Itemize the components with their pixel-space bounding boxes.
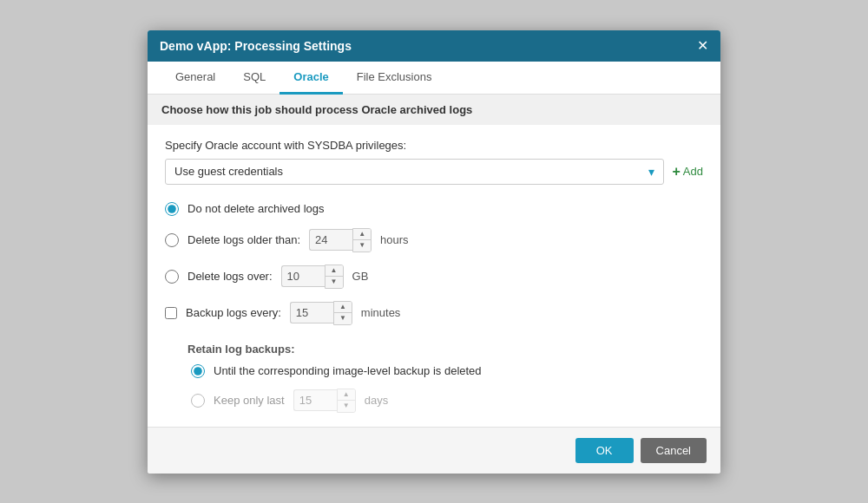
credentials-row: Use guest credentials ▾ + Add bbox=[165, 159, 703, 185]
delete-older-label: Delete logs older than: bbox=[187, 233, 300, 246]
delete-older-up[interactable]: ▲ bbox=[353, 229, 371, 240]
content-area: Specify Oracle account with SYSDBA privi… bbox=[148, 125, 720, 427]
delete-older-down[interactable]: ▼ bbox=[353, 240, 371, 252]
backup-logs-row: Backup logs every: ▲ ▼ minutes bbox=[165, 301, 703, 325]
backup-logs-down[interactable]: ▼ bbox=[334, 313, 352, 324]
delete-over-down[interactable]: ▼ bbox=[326, 277, 343, 288]
backup-logs-spinner: ▲ ▼ bbox=[290, 301, 352, 325]
dialog-body: Choose how this job should process Oracl… bbox=[148, 95, 720, 427]
credentials-label: Specify Oracle account with SYSDBA privi… bbox=[165, 139, 703, 152]
processing-settings-dialog: Demo vApp: Processing Settings ✕ General… bbox=[148, 30, 720, 474]
backup-logs-up[interactable]: ▲ bbox=[334, 302, 352, 313]
delete-older-spinner: ▲ ▼ bbox=[309, 228, 372, 252]
tab-file-exclusions[interactable]: File Exclusions bbox=[343, 62, 446, 95]
retain-section: Retain log backups: Until the correspond… bbox=[187, 343, 703, 413]
backup-logs-unit: minutes bbox=[361, 306, 401, 319]
keep-only-last-radio[interactable] bbox=[191, 394, 205, 408]
info-banner: Choose how this job should process Oracl… bbox=[148, 95, 720, 125]
delete-over-value[interactable] bbox=[281, 265, 325, 287]
tab-bar: General SQL Oracle File Exclusions bbox=[148, 62, 720, 95]
tab-oracle[interactable]: Oracle bbox=[279, 62, 342, 95]
retain-radio-group: Until the corresponding image-level back… bbox=[191, 364, 703, 413]
backup-logs-arrows: ▲ ▼ bbox=[333, 301, 352, 325]
do-not-delete-row: Do not delete archived logs bbox=[165, 202, 703, 216]
delete-over-spinner: ▲ ▼ bbox=[281, 265, 344, 289]
do-not-delete-label: Do not delete archived logs bbox=[187, 202, 325, 215]
keep-only-last-up[interactable]: ▲ bbox=[338, 389, 355, 401]
retain-title: Retain log backups: bbox=[187, 343, 703, 356]
dropdown-arrow-icon: ▾ bbox=[648, 165, 654, 179]
until-image-label: Until the corresponding image-level back… bbox=[214, 364, 482, 377]
until-image-row: Until the corresponding image-level back… bbox=[191, 364, 703, 378]
delete-older-arrows: ▲ ▼ bbox=[352, 228, 372, 252]
backup-logs-checkbox[interactable] bbox=[165, 307, 177, 319]
archive-log-options: Do not delete archived logs Delete logs … bbox=[165, 202, 703, 413]
keep-only-last-row: Keep only last ▲ ▼ days bbox=[191, 389, 703, 413]
keep-only-last-spinner: ▲ ▼ bbox=[293, 389, 356, 413]
delete-older-value[interactable] bbox=[309, 229, 352, 251]
dialog-footer: OK Cancel bbox=[148, 427, 720, 474]
delete-older-unit: hours bbox=[380, 233, 409, 246]
until-image-radio[interactable] bbox=[191, 364, 205, 378]
delete-older-row: Delete logs older than: ▲ ▼ hours bbox=[165, 228, 703, 252]
close-button[interactable]: ✕ bbox=[697, 39, 708, 53]
delete-over-row: Delete logs over: ▲ ▼ GB bbox=[165, 265, 703, 289]
ok-button[interactable]: OK bbox=[575, 438, 634, 463]
tab-general[interactable]: General bbox=[161, 62, 229, 95]
delete-over-unit: GB bbox=[352, 270, 369, 283]
keep-only-last-down[interactable]: ▼ bbox=[338, 401, 355, 412]
keep-only-last-label: Keep only last bbox=[214, 394, 285, 407]
do-not-delete-radio[interactable] bbox=[165, 202, 179, 216]
add-label: Add bbox=[683, 165, 703, 178]
delete-over-label: Delete logs over: bbox=[187, 270, 273, 283]
credentials-selected: Use guest credentials bbox=[174, 165, 283, 178]
keep-only-last-value[interactable] bbox=[293, 389, 337, 411]
backup-logs-value[interactable] bbox=[290, 302, 333, 323]
backup-logs-label: Backup logs every: bbox=[186, 306, 281, 319]
cancel-button[interactable]: Cancel bbox=[641, 438, 707, 463]
dialog-titlebar: Demo vApp: Processing Settings ✕ bbox=[148, 30, 720, 62]
plus-icon: + bbox=[673, 164, 681, 180]
add-credentials-button[interactable]: + Add bbox=[673, 164, 703, 180]
credentials-dropdown[interactable]: Use guest credentials ▾ bbox=[165, 159, 664, 185]
delete-over-up[interactable]: ▲ bbox=[326, 265, 343, 277]
tab-sql[interactable]: SQL bbox=[229, 62, 279, 95]
delete-over-radio[interactable] bbox=[165, 270, 179, 284]
delete-over-arrows: ▲ ▼ bbox=[325, 265, 344, 289]
delete-older-radio[interactable] bbox=[165, 233, 179, 247]
keep-only-last-arrows: ▲ ▼ bbox=[337, 389, 356, 413]
keep-only-last-unit: days bbox=[365, 394, 388, 407]
dialog-title: Demo vApp: Processing Settings bbox=[160, 39, 352, 53]
